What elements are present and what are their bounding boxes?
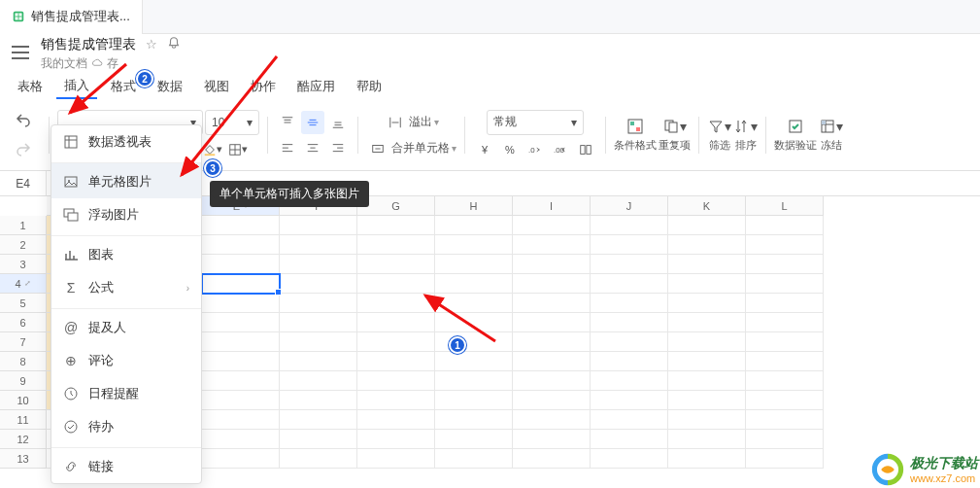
cell-I2[interactable] [513,235,591,255]
notifications-icon[interactable] [167,36,181,52]
cell-I1[interactable] [513,216,591,235]
cell-J3[interactable] [591,255,668,274]
row-header-5[interactable]: 5 [0,294,47,313]
menu-table[interactable]: 表格 [10,75,51,98]
cell-H5[interactable] [435,294,513,313]
decimal-inc-button[interactable]: .00 [549,138,572,161]
menu-chart[interactable]: 图表 [51,235,201,271]
cell-G2[interactable] [357,235,435,255]
cell-K2[interactable] [668,235,746,255]
cell-G5[interactable] [357,294,435,313]
cell-J8[interactable] [591,352,668,371]
cell-J13[interactable] [591,449,668,469]
cell-G12[interactable] [357,430,435,449]
cell-L9[interactable] [746,371,824,391]
cell-H7[interactable] [435,332,513,352]
menu-todo[interactable]: 待办 [51,410,201,443]
menu-pivot-table[interactable]: 数据透视表 [51,125,201,158]
cell-K10[interactable] [668,391,746,410]
cell-I8[interactable] [513,352,591,371]
cell-L12[interactable] [746,430,824,449]
cell-E1[interactable] [202,216,280,235]
cell-J6[interactable] [591,313,668,332]
cell-J1[interactable] [591,216,668,235]
name-box[interactable]: E4 [0,171,47,195]
cell-I6[interactable] [513,313,591,332]
cell-G1[interactable] [357,216,435,235]
menu-formula[interactable]: Σ 公式 › [51,271,201,304]
cell-E2[interactable] [202,235,280,255]
row-header-3[interactable]: 3 [0,255,47,274]
row-header-4[interactable]: 4⤢ [0,274,47,294]
cell-G11[interactable] [357,410,435,430]
cell-H8[interactable] [435,352,513,371]
overflow-label[interactable]: 溢出 [409,114,432,130]
align-right-button[interactable] [326,137,350,160]
cell-K8[interactable] [668,352,746,371]
cell-F4[interactable] [280,274,357,294]
menu-data[interactable]: 数据 [150,75,190,98]
cell-F7[interactable] [280,332,357,352]
cell-G3[interactable] [357,255,435,274]
merge-button[interactable] [366,137,389,160]
cell-H6[interactable] [435,313,513,332]
undo-button[interactable] [12,108,35,131]
cell-E13[interactable] [202,449,280,469]
cell-K12[interactable] [668,430,746,449]
menu-view[interactable]: 视图 [196,75,237,98]
cell-H13[interactable] [435,449,513,469]
align-center-button[interactable] [301,137,324,160]
menu-reminder[interactable]: 日程提醒 [51,377,201,410]
cell-J5[interactable] [591,294,668,313]
col-header-L[interactable]: L [746,196,824,216]
cell-J12[interactable] [591,430,668,449]
cell-I10[interactable] [513,391,591,410]
cell-I13[interactable] [513,449,591,469]
cell-F6[interactable] [280,313,357,332]
cell-F1[interactable] [280,216,357,235]
freeze-button[interactable]: ▾ 冻结 [819,118,843,153]
cell-G9[interactable] [357,371,435,391]
cell-J11[interactable] [591,410,668,430]
cell-H3[interactable] [435,255,513,274]
border-button[interactable]: ▾ [226,138,250,161]
row-header-1[interactable]: 1 [0,216,47,235]
cell-K13[interactable] [668,449,746,469]
cell-H1[interactable] [435,216,513,235]
cell-J10[interactable] [591,391,668,410]
cell-G7[interactable] [357,332,435,352]
duplicates-button[interactable]: ▾ 重复项 [659,118,691,153]
cell-J4[interactable] [591,274,668,294]
cell-J9[interactable] [591,371,668,391]
wrap-button[interactable] [384,111,407,134]
font-size-select[interactable]: 10▾ [205,110,259,135]
cell-K6[interactable] [668,313,746,332]
row-header-9[interactable]: 9 [0,371,47,391]
row-header-12[interactable]: 12 [0,430,47,449]
cell-F3[interactable] [280,255,357,274]
cell-G6[interactable] [357,313,435,332]
menu-link[interactable]: 链接 [51,447,201,483]
percent-button[interactable]: % [498,138,522,161]
cell-E12[interactable] [202,430,280,449]
cell-F12[interactable] [280,430,357,449]
cell-L13[interactable] [746,449,824,469]
cell-K1[interactable] [668,216,746,235]
cell-I7[interactable] [513,332,591,352]
cell-E5[interactable] [202,294,280,313]
menu-collab[interactable]: 协作 [243,75,284,98]
validate-button[interactable]: 数据验证 [774,118,817,153]
col-header-I[interactable]: I [513,196,591,216]
cell-G13[interactable] [357,449,435,469]
cell-K4[interactable] [668,274,746,294]
cell-F5[interactable] [280,294,357,313]
cell-L10[interactable] [746,391,824,410]
cell-F9[interactable] [280,371,357,391]
cell-H2[interactable] [435,235,513,255]
filter-button[interactable]: ▾ 筛选 [707,118,731,153]
row-header-11[interactable]: 11 [0,410,47,430]
cell-F10[interactable] [280,391,357,410]
cell-L11[interactable] [746,410,824,430]
row-header-13[interactable]: 13 [0,449,47,469]
menu-coolapps[interactable]: 酷应用 [289,75,343,98]
